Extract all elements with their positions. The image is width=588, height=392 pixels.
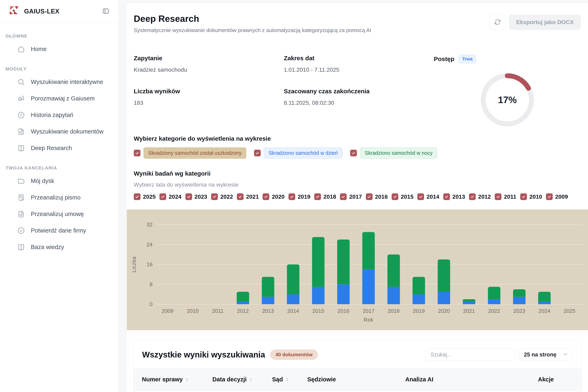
category-checkbox[interactable]: [254, 150, 261, 156]
year-checkbox[interactable]: [443, 193, 450, 200]
year-checkbox[interactable]: [237, 193, 244, 200]
year-checkbox[interactable]: [392, 193, 398, 200]
eta-value: 8.11.2025, 08:02:30: [284, 100, 434, 106]
year-label: 2014: [426, 194, 439, 200]
year-toggle-2019[interactable]: 2019: [288, 193, 310, 200]
year-checkbox[interactable]: [134, 193, 140, 200]
year-toggle-2020[interactable]: 2020: [262, 193, 284, 200]
sort-icon[interactable]: [185, 377, 189, 382]
sidebar-collapse-button[interactable]: [101, 7, 110, 16]
year-checkbox[interactable]: [366, 193, 372, 200]
year-checkbox[interactable]: [211, 193, 218, 200]
year-label: 2011: [504, 194, 516, 200]
column-label: Sędziowie: [307, 376, 336, 383]
panel-left-icon: [102, 7, 110, 15]
year-checkbox[interactable]: [160, 193, 166, 200]
category-checkbox[interactable]: [134, 150, 140, 156]
sidebar-item-przeanalizuj-pismo[interactable]: Przeanalizuj pismo: [0, 189, 118, 206]
year-checkbox[interactable]: [469, 193, 476, 200]
export-docx-button[interactable]: Eksportuj jako DOCX: [509, 14, 581, 30]
sidebar-item-wyszukiwanie-interaktywne[interactable]: Wyszukiwanie interaktywne: [0, 74, 118, 90]
year-toggle-2021[interactable]: 2021: [237, 193, 259, 200]
sort-icon[interactable]: [249, 377, 253, 382]
svg-text:2020: 2020: [438, 308, 450, 314]
check-circle-icon: [17, 226, 25, 234]
column-header-analiza-ai: Analiza AI: [405, 376, 538, 383]
year-toggle-2012[interactable]: 2012: [469, 193, 491, 200]
year-checkbox[interactable]: [314, 193, 321, 200]
sidebar-section-label: GŁÓWNE: [6, 34, 118, 39]
year-checkbox[interactable]: [288, 193, 295, 200]
year-label: 2016: [375, 194, 388, 200]
sidebar-item-wyszukiwanie-dokumentow[interactable]: Wyszukiwanie dokumentów: [0, 123, 118, 140]
sidebar-item-historia-zapytan[interactable]: Historia zapytań: [0, 107, 118, 123]
year-toggle-2017[interactable]: 2017: [340, 193, 362, 200]
svg-text:8: 8: [150, 281, 152, 288]
column-header-sad[interactable]: Sąd: [254, 376, 307, 383]
category-toggle-skradziono-samochod-w-nocy[interactable]: Skradziono samochód w nocy: [350, 148, 437, 159]
year-checkbox[interactable]: [262, 193, 269, 200]
sidebar-item-deep-research[interactable]: Deep Research: [0, 140, 118, 156]
file-text-icon: [17, 210, 25, 218]
sidebar-item-baza-wiedzy[interactable]: Baza wiedzy: [0, 239, 118, 256]
date-range-label: Zakres dat: [284, 55, 434, 62]
years-checkbox-row: 2025202420232022202120202019201820172016…: [134, 193, 581, 200]
year-checkbox[interactable]: [546, 193, 553, 200]
category-toggle-skradziono-samochod-w-dzien[interactable]: Skradziono samochód w dzień: [254, 148, 342, 159]
sidebar-item-porozmawiaj-z-gaiusem[interactable]: Porozmawiaj z Gaiusem: [0, 90, 118, 107]
sidebar-item-label: Home: [31, 46, 46, 52]
clipboard-check-icon: [17, 194, 25, 202]
categories-section: Wybierz kategorie do wyświetlenia na wyk…: [134, 135, 581, 159]
table-row: IX Ka 1153/23 31.10.2023 Sąd sędzia Iwon…: [134, 391, 581, 392]
column-header-data-decyzji[interactable]: Data decyzji: [211, 376, 254, 383]
year-toggle-2013[interactable]: 2013: [443, 193, 465, 200]
years-heading: Wyniki badań wg kategorii: [134, 170, 581, 177]
table-header-row: Numer sprawyData decyzjiSądSędziowieAnal…: [134, 368, 581, 391]
page-title: Deep Research: [134, 14, 371, 24]
year-toggle-2016[interactable]: 2016: [366, 193, 388, 200]
year-toggle-2025[interactable]: 2025: [134, 193, 156, 200]
page-size-select[interactable]: 25 na stronę: [519, 348, 573, 361]
svg-text:2023: 2023: [514, 308, 525, 314]
svg-text:2015: 2015: [312, 308, 324, 314]
sidebar-item-home[interactable]: Home: [0, 41, 118, 57]
year-toggle-2015[interactable]: 2015: [392, 193, 414, 200]
page-header: Deep Research Systematycznie wyszukiwani…: [134, 3, 581, 34]
year-toggle-2022[interactable]: 2022: [211, 193, 233, 200]
year-toggle-2010[interactable]: 2010: [520, 193, 542, 200]
sidebar-item-przeanalizuj-umowe[interactable]: Przeanalizuj umowę: [0, 206, 118, 222]
refresh-button[interactable]: [490, 14, 505, 30]
year-label: 2021: [246, 194, 259, 200]
sort-icon[interactable]: [285, 377, 290, 382]
search-input[interactable]: [425, 348, 515, 361]
query-value: Kradzież samochodu: [134, 66, 284, 73]
sidebar-item-potwierdz-dane-firmy[interactable]: Potwierdź dane firmy: [0, 222, 118, 239]
brand-name: GAIUS-LEX: [24, 8, 60, 15]
year-toggle-2018[interactable]: 2018: [314, 193, 336, 200]
sidebar-item-moj-dysk[interactable]: Mój dysk: [0, 173, 118, 189]
year-toggle-2024[interactable]: 2024: [160, 193, 181, 200]
category-toggle-skradziony-samochod-zostal-uszkodzony[interactable]: Skradziony samochód został uszkodzony: [134, 148, 246, 159]
year-toggle-2023[interactable]: 2023: [186, 193, 207, 200]
column-header-numer-sprawy[interactable]: Numer sprawy: [142, 376, 211, 383]
progress-percent: 17%: [478, 70, 537, 130]
year-checkbox[interactable]: [495, 193, 502, 200]
sidebar-item-label: Historia zapytań: [31, 112, 73, 118]
year-checkbox[interactable]: [520, 193, 527, 200]
year-toggle-2014[interactable]: 2014: [417, 193, 439, 200]
year-toggle-2009[interactable]: 2009: [546, 193, 568, 200]
results-count-label: Liczba wyników: [134, 88, 284, 95]
svg-text:24: 24: [146, 242, 152, 248]
results-count-value: 183: [134, 100, 284, 106]
category-checkbox[interactable]: [350, 150, 357, 156]
year-label: 2023: [194, 194, 207, 200]
year-label: 2015: [401, 194, 414, 200]
year-checkbox[interactable]: [417, 193, 424, 200]
sidebar-section-label: MODUŁY: [6, 66, 118, 72]
year-checkbox[interactable]: [340, 193, 347, 200]
column-label: Sąd: [272, 376, 283, 383]
svg-text:2009: 2009: [162, 308, 174, 314]
year-checkbox[interactable]: [186, 193, 192, 200]
year-toggle-2011[interactable]: 2011: [495, 193, 516, 200]
chevron-down-icon: [563, 352, 568, 358]
